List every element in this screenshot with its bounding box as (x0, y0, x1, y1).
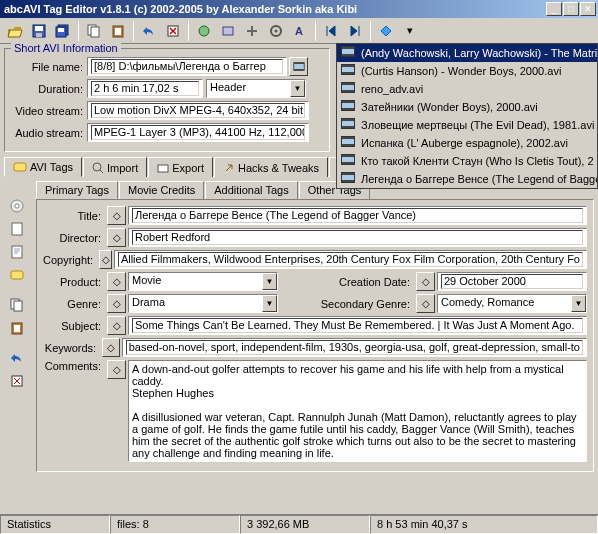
menu-item[interactable]: (Andy Wachowski, Larry Wachowski) - The … (337, 44, 597, 62)
secgenre-label: Secondary Genre: (278, 298, 414, 310)
audio-input: MPEG-1 Layer 3 (MP3), 44100 Hz, 112,000 … (87, 123, 309, 142)
tool2-icon[interactable] (217, 20, 239, 42)
menu-item[interactable]: Затейники (Wonder Boys), 2000.avi (337, 98, 597, 116)
subtab-primary[interactable]: Primary Tags (36, 181, 118, 199)
copyright-input[interactable]: Allied Filmmakers, Wildwood Enterprises,… (114, 250, 587, 269)
clear-field-button[interactable]: ◇ (107, 228, 126, 247)
tab-import[interactable]: Import (83, 157, 147, 177)
tab-avi-tags[interactable]: AVI Tags (4, 157, 82, 177)
svg-rect-1 (35, 26, 43, 31)
clear-field-button[interactable]: ◇ (107, 360, 126, 379)
svg-text:A: A (295, 25, 303, 37)
lt-doc2-icon[interactable] (6, 242, 28, 262)
clear-field-button[interactable]: ◇ (416, 294, 435, 313)
svg-rect-12 (223, 27, 233, 35)
clear-field-button[interactable]: ◇ (107, 272, 126, 291)
svg-point-14 (275, 29, 278, 32)
header-select[interactable]: Header▼ (206, 79, 306, 98)
secgenre-select[interactable]: Comedy, Romance▼ (437, 294, 587, 313)
tool3-icon[interactable] (241, 20, 263, 42)
file-dropdown-menu: (Andy Wachowski, Larry Wachowski) - The … (336, 43, 598, 189)
svg-rect-16 (14, 163, 26, 171)
clear-field-button[interactable]: ◇ (107, 294, 126, 313)
statusbar: Statistics files: 8 3 392,66 MB 8 h 53 m… (0, 514, 598, 534)
lt-doc-icon[interactable] (6, 219, 28, 239)
minimize-button[interactable]: _ (546, 2, 562, 16)
status-duration: 8 h 53 min 40,37 s (370, 515, 598, 534)
product-label: Product: (43, 276, 105, 288)
title-label: Title: (43, 210, 105, 222)
tool1-icon[interactable] (193, 20, 215, 42)
subtab-credits[interactable]: Movie Credits (119, 181, 204, 199)
lt-paste-icon[interactable] (6, 318, 28, 338)
titlebar: abcAVI Tag Editor v1.8.1 (c) 2002-2005 b… (0, 0, 598, 18)
avi-info-fieldset: Short AVI Information File name: [8/8] D… (4, 48, 330, 152)
clear-field-button[interactable]: ◇ (107, 316, 126, 335)
svg-rect-9 (115, 28, 121, 35)
tab-export[interactable]: Export (148, 157, 213, 177)
lt-copy-icon[interactable] (6, 295, 28, 315)
menu-item[interactable]: Кто такой Кленти Стаун (Who Is Cletis To… (337, 152, 597, 170)
creation-input[interactable]: 29 October 2000 (437, 272, 587, 291)
keywords-input[interactable]: based-on-novel, sport, independent-film,… (122, 338, 587, 357)
title-input[interactable]: Легенда о Баггере Венсе (The Legend of B… (128, 206, 587, 225)
creation-label: Creation Date: (278, 276, 414, 288)
svg-rect-21 (12, 223, 22, 235)
filename-label: File name: (11, 61, 87, 73)
svg-point-20 (15, 204, 19, 208)
svg-rect-7 (91, 27, 99, 37)
status-size: 3 392,66 MB (240, 515, 370, 534)
subject-input[interactable]: Some Things Can't Be Learned. They Must … (128, 316, 587, 335)
status-files: files: 8 (110, 515, 240, 534)
undo-icon[interactable] (138, 20, 160, 42)
lt-undo-icon[interactable] (6, 348, 28, 368)
main-toolbar: A ▾ (0, 18, 598, 44)
filename-input[interactable]: [8/8] D:\фильмы\Легенда о Баггер (87, 57, 287, 76)
menu-item[interactable]: Легенда о Баггере Венсе (The Legend of B… (337, 170, 597, 188)
save-icon[interactable] (28, 20, 50, 42)
menu-item[interactable]: (Curtis Hanson) - Wonder Boys, 2000.avi (337, 62, 597, 80)
director-label: Director: (43, 232, 105, 244)
svg-rect-5 (58, 28, 64, 32)
audio-label: Audio stream: (11, 127, 87, 139)
browse-button[interactable] (289, 57, 308, 76)
dropdown-arrow-icon[interactable]: ▾ (399, 20, 421, 42)
maximize-button[interactable]: □ (563, 2, 579, 16)
open-icon[interactable] (4, 20, 26, 42)
genre-select[interactable]: Drama▼ (128, 294, 278, 313)
next-icon[interactable] (344, 20, 366, 42)
genre-label: Genre: (43, 298, 105, 310)
director-input[interactable]: Robert Redford (128, 228, 587, 247)
settings-icon[interactable] (265, 20, 287, 42)
duration-input: 2 h 6 min 17,02 s (87, 79, 203, 98)
comments-textarea[interactable]: A down-and-out golfer attempts to recove… (128, 360, 587, 462)
primary-tags-panel: Title:◇Легенда о Баггере Венсе (The Lege… (36, 199, 594, 472)
subtab-additional[interactable]: Additional Tags (205, 181, 297, 199)
left-toolbar (6, 196, 32, 391)
copy-icon[interactable] (83, 20, 105, 42)
paste-icon[interactable] (107, 20, 129, 42)
clear-field-button[interactable]: ◇ (102, 338, 120, 357)
font-icon[interactable]: A (289, 20, 311, 42)
clear-field-button[interactable]: ◇ (99, 250, 112, 269)
prev-icon[interactable] (320, 20, 342, 42)
close-button[interactable]: ✕ (580, 2, 596, 16)
diamond-icon[interactable] (375, 20, 397, 42)
clear-icon[interactable] (162, 20, 184, 42)
save-all-icon[interactable] (52, 20, 74, 42)
fieldset-legend: Short AVI Information (11, 42, 121, 54)
lt-tag-icon[interactable] (6, 265, 28, 285)
product-select[interactable]: Movie▼ (128, 272, 278, 291)
svg-rect-25 (14, 301, 22, 311)
tab-hacks[interactable]: Hacks & Tweaks (214, 157, 328, 177)
clear-field-button[interactable]: ◇ (107, 206, 126, 225)
lt-clear-icon[interactable] (6, 371, 28, 391)
comments-label: Comments: (43, 360, 105, 372)
lt-disc-icon[interactable] (6, 196, 28, 216)
svg-point-17 (93, 163, 101, 171)
menu-item[interactable]: Зловещие мертвецы (The Evil Dead), 1981.… (337, 116, 597, 134)
menu-item[interactable]: Испанка (L' Auberge espagnole), 2002.avi (337, 134, 597, 152)
menu-item[interactable]: reno_adv.avi (337, 80, 597, 98)
keywords-label: Keywords: (43, 342, 100, 354)
clear-field-button[interactable]: ◇ (416, 272, 435, 291)
